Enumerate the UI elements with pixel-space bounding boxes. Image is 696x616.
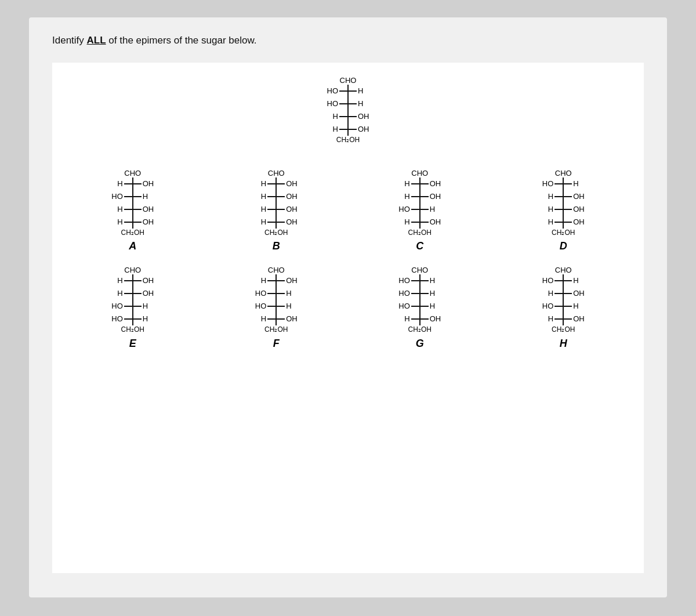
label-D: D (560, 240, 567, 252)
content-area: CHO HO H HO H H OH H (52, 63, 644, 573)
structure-A: CHO H OH HO H H OH (64, 167, 202, 252)
all-emphasis: ALL (87, 35, 106, 46)
label-E: E (129, 338, 136, 350)
question-text: Identify ALL of the epimers of the sugar… (52, 35, 644, 46)
label-A: A (129, 240, 136, 252)
label-H: H (560, 338, 567, 350)
center-top-label: CHO (340, 74, 357, 85)
structure-E: CHO H OH H OH HO H (64, 264, 202, 349)
label-F: F (273, 338, 280, 350)
structure-B: CHO H OH H OH H OH (208, 167, 346, 252)
page-container: Identify ALL of the epimers of the sugar… (29, 17, 667, 597)
structure-F: CHO H OH HO H HO H (208, 264, 346, 349)
structures-grid: CHO H OH HO H H OH (64, 167, 632, 349)
center-row-1: HO H (316, 85, 380, 97)
structure-H: CHO HO H H OH HO H (495, 264, 633, 349)
center-bottom-label: CH₂OH (336, 136, 360, 144)
center-line-3 (339, 116, 357, 117)
label-C: C (416, 240, 423, 252)
structure-D: CHO HO H H OH H OH (495, 167, 633, 252)
structure-G: CHO HO H HO H HO H (351, 264, 489, 349)
center-fischer: CHO HO H HO H H OH H (316, 74, 380, 144)
structure-C: CHO H OH H OH HO H (351, 167, 489, 252)
center-row-2: HO H (316, 97, 380, 110)
center-line-4 (339, 129, 357, 130)
center-row-4: H OH (316, 123, 380, 136)
center-sugar: CHO HO H HO H H OH H (316, 74, 380, 144)
center-row-3: H OH (316, 110, 380, 123)
center-line-1 (339, 90, 357, 92)
center-line-2 (339, 103, 357, 104)
label-G: G (416, 338, 424, 350)
label-B: B (273, 240, 280, 252)
